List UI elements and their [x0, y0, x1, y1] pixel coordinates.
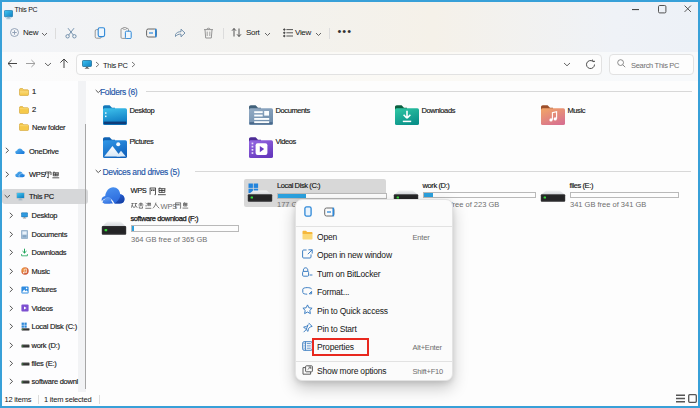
svg-text:WPS: WPS: [160, 202, 177, 211]
